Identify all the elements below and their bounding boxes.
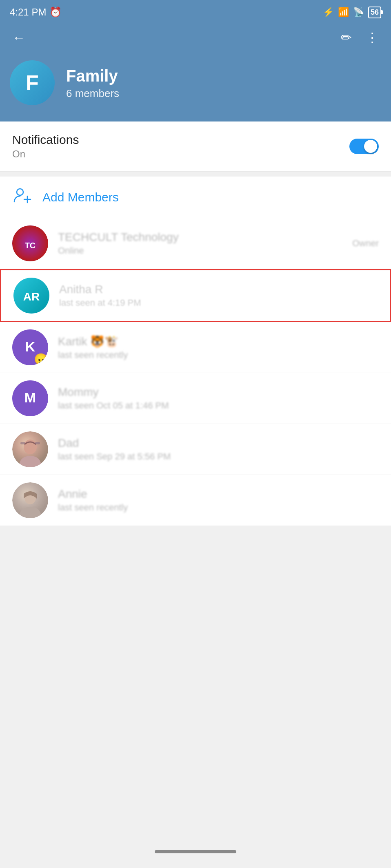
time-display: 4:21 PM bbox=[10, 7, 46, 18]
bluetooth-icon: ⚡ bbox=[323, 7, 334, 18]
status-time-area: 4:21 PM ⏰ bbox=[10, 7, 62, 18]
member-status: last seen recently bbox=[58, 350, 379, 360]
member-name: Anitha R bbox=[59, 283, 378, 296]
member-name: Dad bbox=[58, 437, 379, 450]
notifications-label: Notifications bbox=[12, 133, 79, 147]
svg-rect-14 bbox=[20, 442, 25, 444]
section-separator bbox=[0, 172, 391, 177]
member-info: Anitha R last seen at 4:19 PM bbox=[59, 283, 378, 308]
member-name: Annie bbox=[58, 488, 379, 501]
member-status: last seen Oct 05 at 1:46 PM bbox=[58, 400, 379, 411]
members-section: Add Members TC TECHCULT Technology Onlin… bbox=[0, 177, 391, 526]
svg-text:K: K bbox=[25, 339, 36, 354]
member-status: last seen at 4:19 PM bbox=[59, 298, 378, 308]
member-row[interactable]: AR Anitha R last seen at 4:19 PM bbox=[0, 269, 391, 322]
edit-icon: ✏ bbox=[341, 30, 352, 45]
edit-button[interactable]: ✏ bbox=[337, 29, 355, 46]
emoji-overlay: 😠 bbox=[34, 354, 48, 365]
member-info: Annie last seen recently bbox=[58, 488, 379, 513]
toggle-knob bbox=[364, 140, 377, 153]
group-header: F Family 6 members bbox=[0, 56, 391, 121]
alarm-icon: ⏰ bbox=[49, 7, 62, 18]
home-indicator bbox=[0, 835, 391, 868]
group-members-count: 6 members bbox=[66, 87, 119, 100]
more-icon: ⋮ bbox=[366, 30, 379, 45]
back-icon: ← bbox=[12, 30, 25, 45]
notifications-toggle[interactable] bbox=[349, 139, 379, 154]
notifications-divider bbox=[214, 134, 214, 159]
empty-area bbox=[0, 526, 391, 762]
svg-point-0 bbox=[17, 189, 23, 195]
member-status: last seen Sep 29 at 5:56 PM bbox=[58, 451, 379, 462]
member-name: Mommy bbox=[58, 386, 379, 399]
avatar: K 😠 bbox=[12, 329, 48, 365]
group-avatar[interactable]: F bbox=[10, 60, 55, 105]
more-options-button[interactable]: ⋮ bbox=[363, 29, 381, 46]
notifications-text: Notifications On bbox=[12, 133, 79, 160]
member-status: Online bbox=[58, 245, 342, 256]
wifi-icon: 📡 bbox=[353, 7, 364, 18]
avatar bbox=[12, 482, 48, 518]
notifications-status: On bbox=[12, 148, 79, 160]
member-info: Kartik 🐯🐮 last seen recently bbox=[58, 335, 379, 360]
member-info: TECHCULT Technology Online bbox=[58, 231, 342, 256]
add-members-label: Add Members bbox=[42, 190, 119, 204]
member-name: TECHCULT Technology bbox=[58, 231, 342, 244]
notifications-section: Notifications On bbox=[0, 121, 391, 172]
top-navigation: ← ✏ ⋮ bbox=[0, 24, 391, 56]
battery-indicator: 56 bbox=[368, 7, 381, 18]
nav-right-icons: ✏ ⋮ bbox=[337, 29, 381, 46]
group-name: Family bbox=[66, 66, 119, 86]
avatar bbox=[12, 431, 48, 467]
avatar: AR bbox=[13, 278, 49, 314]
add-members-row[interactable]: Add Members bbox=[0, 177, 391, 218]
member-info: Mommy last seen Oct 05 at 1:46 PM bbox=[58, 386, 379, 411]
back-button[interactable]: ← bbox=[10, 29, 28, 46]
svg-text:TC: TC bbox=[25, 241, 36, 250]
svg-text:AR: AR bbox=[23, 290, 40, 303]
group-info: Family 6 members bbox=[66, 66, 119, 100]
member-row[interactable]: K 😠 Kartik 🐯🐮 last seen recently bbox=[0, 322, 391, 373]
member-status: last seen recently bbox=[58, 502, 379, 513]
home-bar bbox=[155, 850, 236, 853]
avatar: M bbox=[12, 380, 48, 416]
member-row[interactable]: TC TECHCULT Technology Online Owner bbox=[0, 218, 391, 269]
status-bar: 4:21 PM ⏰ ⚡ 📶 📡 56 bbox=[0, 0, 391, 24]
member-row[interactable]: M Mommy last seen Oct 05 at 1:46 PM bbox=[0, 373, 391, 424]
signal-icon: 📶 bbox=[338, 7, 349, 18]
member-row[interactable]: Annie last seen recently bbox=[0, 475, 391, 526]
avatar: TC bbox=[12, 225, 48, 261]
status-icons-area: ⚡ 📶 📡 56 bbox=[323, 7, 381, 18]
member-badge: Owner bbox=[352, 238, 379, 249]
add-members-icon bbox=[12, 186, 33, 208]
member-row[interactable]: Dad last seen Sep 29 at 5:56 PM bbox=[0, 424, 391, 475]
svg-rect-15 bbox=[35, 442, 40, 444]
member-name: Kartik 🐯🐮 bbox=[58, 335, 379, 348]
svg-text:M: M bbox=[24, 390, 36, 405]
member-info: Dad last seen Sep 29 at 5:56 PM bbox=[58, 437, 379, 462]
